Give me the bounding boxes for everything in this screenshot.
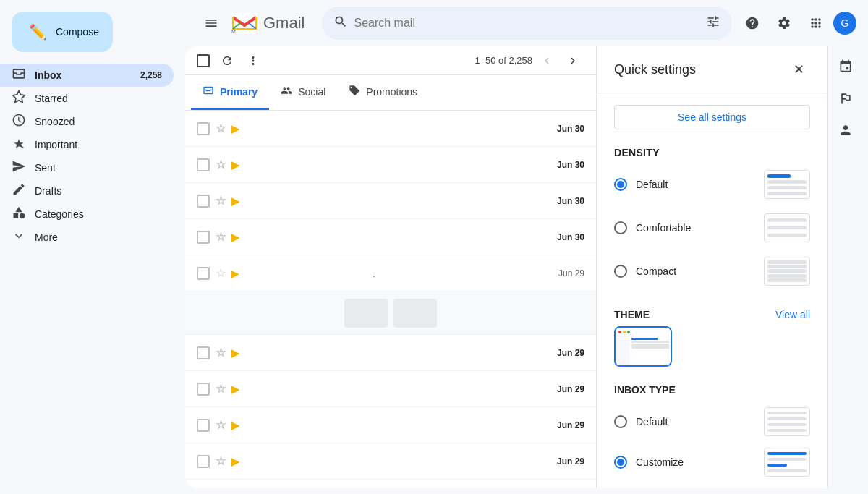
- contacts-tab-button[interactable]: [831, 116, 860, 145]
- email-row[interactable]: ☆ ▶ Jun 30: [185, 147, 596, 183]
- search-icon[interactable]: [333, 14, 348, 33]
- email-row[interactable]: ☆ ▶ Jun 30: [185, 111, 596, 147]
- search-options-icon[interactable]: [706, 14, 720, 33]
- row-checkbox-8[interactable]: [197, 419, 210, 432]
- density-option-default[interactable]: Default: [614, 164, 810, 205]
- row-checkbox-5[interactable]: [197, 267, 210, 280]
- star-7[interactable]: ☆: [216, 382, 226, 396]
- select-all-checkbox[interactable]: [197, 54, 210, 67]
- density-preview-default: [764, 170, 810, 199]
- star-4[interactable]: ☆: [216, 230, 226, 244]
- sidebar-item-snoozed[interactable]: Snoozed: [0, 110, 174, 133]
- svg-rect-2: [14, 213, 19, 218]
- star-2[interactable]: ☆: [216, 158, 226, 171]
- starred-label: Starred: [35, 93, 162, 104]
- app-title: Gmail: [263, 14, 305, 33]
- search-input[interactable]: [354, 17, 700, 30]
- see-all-settings-button[interactable]: See all settings: [614, 105, 810, 129]
- density-option-comfortable[interactable]: Comfortable: [614, 208, 810, 248]
- settings-button[interactable]: [770, 9, 799, 38]
- quick-settings-close-button[interactable]: ✕: [787, 58, 810, 81]
- compose-button[interactable]: ✏️ Compose: [12, 12, 113, 52]
- important-marker-2[interactable]: ▶: [231, 159, 239, 171]
- row-checkbox-4[interactable]: [197, 231, 210, 244]
- star-9[interactable]: ☆: [216, 454, 226, 468]
- inbox-option-customize[interactable]: Customize: [614, 442, 810, 482]
- tab-promotions[interactable]: Promotions: [337, 75, 429, 110]
- tab-promotions-label: Promotions: [366, 86, 417, 98]
- important-marker-9[interactable]: ▶: [231, 456, 239, 467]
- theme-section: THEME View all: [597, 306, 827, 370]
- star-5[interactable]: ☆: [216, 266, 226, 280]
- important-marker-7[interactable]: ▶: [231, 383, 239, 395]
- promotions-tab-icon: [349, 85, 360, 99]
- important-marker-5[interactable]: ▶: [231, 268, 239, 279]
- density-radio-compact[interactable]: [614, 265, 627, 278]
- email-row[interactable]: ☆ ▶ Jun 29: [185, 407, 596, 443]
- email-list-toolbar: 1–50 of 2,258: [185, 46, 596, 75]
- social-tab-icon: [281, 85, 292, 99]
- row-checkbox-3[interactable]: [197, 195, 210, 208]
- important-marker-8[interactable]: ▶: [231, 420, 239, 431]
- help-button[interactable]: [738, 9, 767, 38]
- inbox-type-section: INBOX TYPE Default Customize: [597, 381, 827, 488]
- topbar-actions: G: [738, 9, 856, 38]
- tab-primary[interactable]: Primary: [191, 75, 269, 110]
- density-radio-comfortable[interactable]: [614, 221, 627, 234]
- view-all-themes-button[interactable]: View all: [775, 309, 810, 320]
- email-row[interactable]: ☆ ▶ Jun 29: [185, 371, 596, 407]
- date-9: Jun 29: [557, 456, 584, 467]
- apps-button[interactable]: [801, 9, 830, 38]
- sidebar-item-inbox[interactable]: Inbox 2,258: [0, 64, 174, 87]
- email-row[interactable]: ☆ ▶ Jun 29: [185, 443, 596, 480]
- menu-button[interactable]: [197, 9, 226, 38]
- next-page-button[interactable]: [561, 49, 584, 72]
- important-marker-6[interactable]: ▶: [231, 347, 239, 359]
- row-checkbox-2[interactable]: [197, 158, 210, 171]
- email-row[interactable]: ☆ ▶ Jun 30: [185, 219, 596, 255]
- density-preview-comfortable: [764, 213, 810, 242]
- density-option-compact[interactable]: Compact: [614, 251, 810, 291]
- search-bar: [322, 7, 732, 40]
- inbox-option-default[interactable]: Default: [614, 401, 810, 442]
- star-8[interactable]: ☆: [216, 418, 226, 432]
- row-checkbox-7[interactable]: [197, 383, 210, 396]
- inbox-label-customize: Customize: [636, 456, 684, 468]
- inbox-option-important-first[interactable]: Important first: [614, 482, 810, 488]
- sidebar-item-important[interactable]: Important: [0, 133, 174, 156]
- important-marker-1[interactable]: ▶: [231, 123, 239, 135]
- inbox-radio-customize[interactable]: [614, 456, 627, 469]
- tab-social[interactable]: Social: [269, 75, 337, 110]
- email-row[interactable]: ☆ ▶ Jun 29: [185, 335, 596, 371]
- avatar[interactable]: G: [833, 12, 856, 35]
- important-marker-4[interactable]: ▶: [231, 231, 239, 243]
- sidebar-item-starred[interactable]: Starred: [0, 87, 174, 110]
- date-7: Jun 29: [557, 384, 584, 394]
- inbox-type-title: INBOX TYPE: [614, 384, 810, 396]
- star-1[interactable]: ☆: [216, 122, 226, 135]
- important-marker-3[interactable]: ▶: [231, 195, 239, 207]
- compose-label: Compose: [56, 26, 99, 38]
- sidebar-item-more[interactable]: More: [0, 226, 174, 249]
- inbox-radio-default[interactable]: [614, 415, 627, 428]
- row-checkbox-1[interactable]: [197, 122, 210, 135]
- email-row[interactable]: ☆ ▶ Jun 29: [185, 480, 596, 488]
- row-checkbox-6[interactable]: [197, 346, 210, 359]
- prev-page-button[interactable]: [535, 49, 558, 72]
- calendar-tab-button[interactable]: [831, 52, 860, 81]
- theme-preview[interactable]: [614, 326, 672, 367]
- more-options-button[interactable]: [242, 49, 265, 72]
- sidebar-item-categories[interactable]: Categories: [0, 203, 174, 226]
- refresh-button[interactable]: [216, 49, 239, 72]
- email-row[interactable]: ☆ ▶ Jun 30: [185, 183, 596, 219]
- email-row[interactable]: ☆ ▶ . Jun 29: [185, 255, 596, 291]
- important-label: Important: [35, 139, 162, 150]
- density-radio-default[interactable]: [614, 178, 627, 191]
- sidebar-item-sent[interactable]: Sent: [0, 156, 174, 179]
- star-3[interactable]: ☆: [216, 194, 226, 208]
- row-checkbox-9[interactable]: [197, 455, 210, 468]
- sidebar-item-drafts[interactable]: Drafts: [0, 179, 174, 203]
- star-6[interactable]: ☆: [216, 346, 226, 359]
- important-icon: [12, 136, 26, 154]
- tasks-tab-button[interactable]: [831, 84, 860, 113]
